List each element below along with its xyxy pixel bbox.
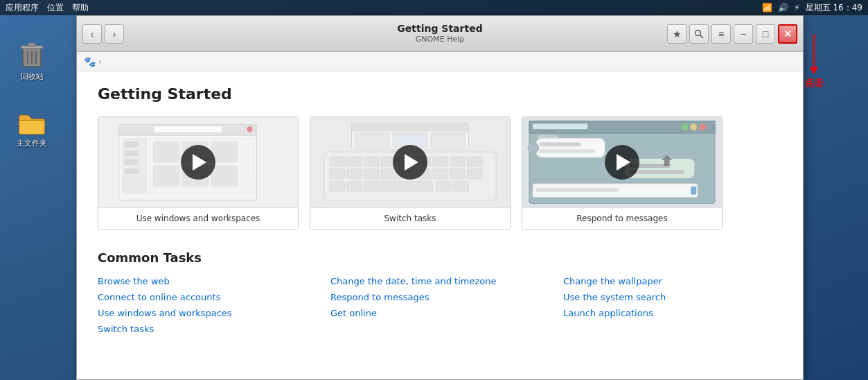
svg-rect-32 xyxy=(433,157,448,166)
svg-text:John Doe: John Doe xyxy=(538,134,558,139)
svg-rect-2 xyxy=(28,43,35,46)
svg-rect-26 xyxy=(330,157,345,166)
task-browse-web[interactable]: Browse the web xyxy=(98,276,170,286)
svg-rect-27 xyxy=(347,157,362,166)
titlebar-actions: ★ ≡ − □ ✕ xyxy=(667,24,797,44)
svg-rect-53 xyxy=(431,133,466,147)
svg-rect-56 xyxy=(533,123,587,129)
svg-rect-61 xyxy=(540,142,581,146)
svg-rect-44 xyxy=(330,182,345,191)
annotation-arrow xyxy=(813,34,815,69)
svg-rect-17 xyxy=(153,166,179,187)
audio-icon: 🔊 xyxy=(778,3,788,12)
svg-rect-70 xyxy=(536,188,619,192)
annotation: 点击 xyxy=(804,34,824,89)
svg-rect-60 xyxy=(536,138,605,157)
menu-help[interactable]: 帮助 xyxy=(72,2,89,14)
svg-rect-12 xyxy=(153,126,222,132)
titlebar-nav: ‹ › xyxy=(82,24,124,44)
network-icon: 📶 xyxy=(762,3,772,12)
restore-button[interactable]: □ xyxy=(756,24,775,44)
menu-apps[interactable]: 应用程序 xyxy=(6,2,39,14)
svg-rect-36 xyxy=(347,169,362,179)
svg-rect-50 xyxy=(352,123,469,131)
minimize-button[interactable]: − xyxy=(734,24,753,44)
menu-button[interactable]: ≡ xyxy=(711,24,731,44)
svg-rect-46 xyxy=(364,182,432,191)
svg-point-58 xyxy=(690,123,697,130)
svg-point-57 xyxy=(699,123,706,130)
task-change-date[interactable]: Change the date, time and timezone xyxy=(330,276,496,286)
video-card-windows: Use windows and workspaces xyxy=(98,116,299,230)
close-button[interactable]: ✕ xyxy=(778,24,797,44)
task-change-wallpaper[interactable]: Change the wallpaper xyxy=(563,276,662,286)
video-label-messages: Respond to messages xyxy=(522,207,722,229)
play-button-windows[interactable] xyxy=(181,145,215,180)
video-thumb-messages: John Doe xyxy=(522,117,722,207)
svg-rect-51 xyxy=(355,133,390,147)
svg-rect-47 xyxy=(436,182,452,191)
svg-point-59 xyxy=(681,123,688,130)
content-area: Getting Started xyxy=(77,71,803,379)
svg-rect-23 xyxy=(125,169,139,174)
svg-rect-62 xyxy=(540,149,594,153)
annotation-label: 点击 xyxy=(804,77,824,89)
task-switch-tasks[interactable]: Switch tasks xyxy=(98,324,154,334)
breadcrumb-bar: 🐾 › xyxy=(77,52,803,71)
common-tasks-title: Common Tasks xyxy=(98,250,782,265)
svg-rect-38 xyxy=(381,169,396,179)
svg-rect-22 xyxy=(125,159,139,165)
search-button[interactable] xyxy=(689,24,709,44)
svg-line-7 xyxy=(700,35,704,38)
task-online-accounts[interactable]: Connect to online accounts xyxy=(98,292,220,302)
svg-point-63 xyxy=(528,142,539,153)
titlebar: ‹ › Getting Started GNOME Help ★ ≡ − □ ✕… xyxy=(77,16,803,52)
play-icon-messages xyxy=(617,154,630,171)
video-label-windows: Use windows and workspaces xyxy=(98,207,298,229)
svg-rect-33 xyxy=(450,157,466,166)
taskbar-left: 应用程序 位置 帮助 xyxy=(6,2,89,14)
svg-rect-20 xyxy=(125,141,139,147)
folder-desktop-icon[interactable]: 主文件夹 xyxy=(17,111,47,148)
play-button-messages[interactable] xyxy=(605,145,639,180)
svg-point-13 xyxy=(230,127,234,131)
svg-rect-28 xyxy=(364,157,379,166)
titlebar-center: Getting Started GNOME Help xyxy=(397,22,482,44)
folder-label: 主文件夹 xyxy=(17,138,47,148)
home-icon[interactable]: 🐾 xyxy=(84,56,96,67)
breadcrumb-separator: › xyxy=(98,57,102,67)
task-windows-workspaces[interactable]: Use windows and workspaces xyxy=(98,308,232,318)
svg-point-24 xyxy=(247,126,253,132)
video-cards: Use windows and workspaces xyxy=(98,116,782,230)
video-card-switch: Switch tasks xyxy=(310,116,511,230)
power-icon: ⚡ xyxy=(794,3,799,12)
clock: 星期五 16：49 xyxy=(806,2,862,14)
svg-rect-35 xyxy=(330,169,345,179)
taskbar-top: 应用程序 位置 帮助 📶 🔊 ⚡ 星期五 16：49 xyxy=(0,0,868,15)
svg-rect-19 xyxy=(211,166,238,187)
task-system-search[interactable]: Use the system search xyxy=(563,292,666,302)
trash-desktop-icon[interactable]: 回收站 xyxy=(19,42,44,82)
window-title: Getting Started xyxy=(397,22,482,35)
task-launch-apps[interactable]: Launch applications xyxy=(563,308,653,318)
help-window: ‹ › Getting Started GNOME Help ★ ≡ − □ ✕… xyxy=(76,15,804,380)
bookmark-button[interactable]: ★ xyxy=(667,24,687,44)
video-label-switch: Switch tasks xyxy=(310,207,510,229)
svg-rect-71 xyxy=(691,187,696,195)
task-get-online[interactable]: Get online xyxy=(330,308,377,318)
play-icon-windows xyxy=(193,154,206,171)
play-icon-switch xyxy=(405,154,418,171)
svg-point-6 xyxy=(696,30,701,35)
menu-places[interactable]: 位置 xyxy=(47,2,64,14)
tasks-column-1: Browse the web Connect to online account… xyxy=(98,276,317,334)
trash-label: 回收站 xyxy=(21,71,44,82)
forward-button[interactable]: › xyxy=(105,24,124,44)
play-button-switch[interactable] xyxy=(393,145,427,180)
video-card-messages: John Doe xyxy=(522,116,723,230)
task-respond-messages[interactable]: Respond to messages xyxy=(330,292,429,302)
search-icon xyxy=(694,29,704,39)
svg-rect-34 xyxy=(467,157,482,166)
page-title: Getting Started xyxy=(98,85,782,103)
tasks-column-3: Change the wallpaper Use the system sear… xyxy=(563,276,782,334)
back-button[interactable]: ‹ xyxy=(82,24,102,44)
